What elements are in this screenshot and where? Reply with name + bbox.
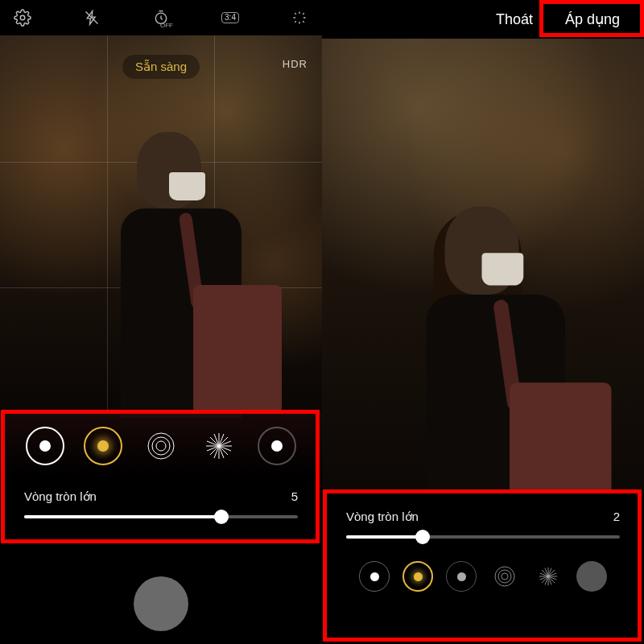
aspect-ratio-toggle[interactable]: 3:4 — [219, 6, 242, 29]
svg-point-14 — [502, 573, 508, 580]
bokeh-option-solid[interactable] — [359, 561, 390, 592]
svg-point-16 — [495, 567, 514, 586]
svg-point-3 — [156, 441, 166, 451]
ratio-label: 3:4 — [221, 12, 239, 23]
slider-value: 5 — [291, 489, 298, 504]
slider-thumb[interactable] — [214, 510, 229, 524]
bokeh-option-soft[interactable] — [258, 427, 296, 465]
exit-button[interactable]: Thoát — [488, 6, 541, 33]
subject-silhouette — [380, 207, 602, 493]
timer-icon[interactable]: OFF — [150, 6, 172, 29]
settings-icon[interactable] — [11, 6, 34, 29]
slider-value: 2 — [613, 510, 620, 524]
slider-thumb[interactable] — [415, 530, 430, 544]
slider-label: Vòng tròn lớn — [346, 510, 419, 524]
shutter-button[interactable] — [134, 576, 188, 631]
ready-status-pill: Sẵn sàng — [122, 55, 200, 79]
camera-capture-screen: OFF 3:4 Sẵn sàng HDR — [0, 0, 322, 644]
bokeh-option-solid[interactable] — [26, 427, 64, 465]
bokeh-option-glow[interactable] — [84, 427, 122, 465]
svg-point-15 — [498, 570, 511, 583]
shutter-area — [0, 564, 322, 644]
apply-button[interactable]: Áp dụng — [557, 6, 628, 33]
svg-point-4 — [152, 437, 170, 455]
slider-fill — [24, 515, 221, 518]
edit-top-bar: Thoát Áp dụng — [322, 0, 644, 39]
viewfinder[interactable]: Sẵn sàng HDR — [0, 35, 322, 414]
bokeh-option-starburst[interactable] — [533, 561, 564, 592]
bokeh-size-slider-area: Vòng tròn lớn 5 — [0, 478, 322, 539]
bokeh-option-rings[interactable] — [489, 561, 520, 592]
slider-track[interactable] — [346, 535, 620, 539]
camera-top-toolbar: OFF 3:4 — [0, 0, 322, 35]
bokeh-option-starburst[interactable] — [200, 427, 238, 465]
bokeh-shape-row — [0, 414, 322, 478]
photo-preview[interactable] — [322, 39, 644, 493]
svg-point-0 — [20, 15, 25, 20]
hdr-badge[interactable]: HDR — [283, 58, 308, 70]
flash-off-icon[interactable] — [80, 6, 103, 29]
bokeh-controls-panel: Vòng tròn lớn 2 — [322, 493, 644, 644]
subject-silhouette — [80, 132, 274, 414]
bokeh-option-halfmoon[interactable] — [576, 561, 607, 592]
slider-fill — [346, 535, 423, 539]
bokeh-shape-row — [346, 561, 620, 592]
bokeh-edit-screen: Thoát Áp dụng Vòng tròn lớn 2 — [322, 0, 644, 644]
bokeh-option-glow[interactable] — [402, 561, 433, 592]
slider-track[interactable] — [24, 515, 298, 518]
bokeh-option-soft[interactable] — [446, 561, 477, 592]
bokeh-option-rings[interactable] — [142, 427, 180, 465]
slider-label: Vòng tròn lớn — [24, 489, 97, 504]
timer-off-label: OFF — [160, 22, 173, 29]
filters-icon[interactable] — [288, 6, 311, 29]
